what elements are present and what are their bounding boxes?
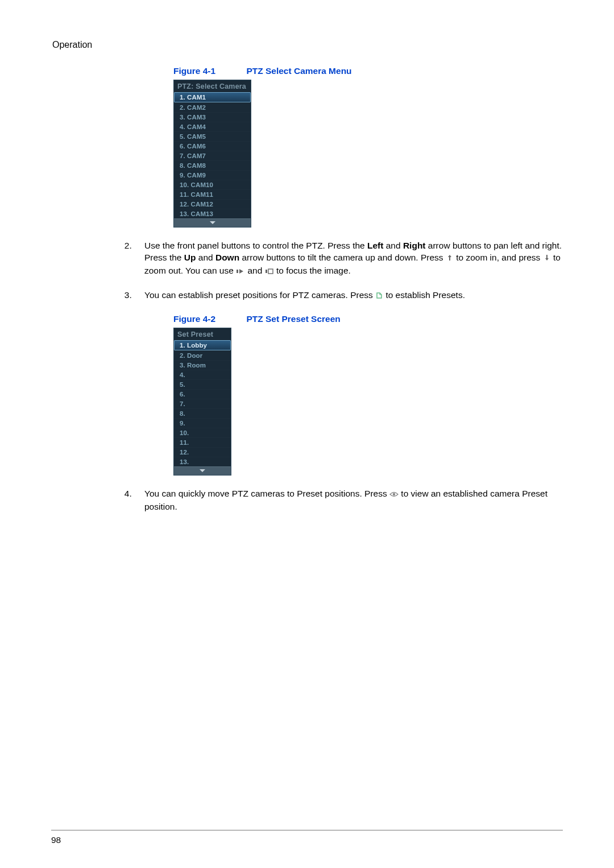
preset-view-icon <box>389 489 399 501</box>
menu-item: 6. <box>174 389 231 399</box>
menu-item: 9. <box>174 418 231 428</box>
menu-item: 2. CAM2 <box>174 102 251 112</box>
menu-item: 13. CAM13 <box>174 209 251 218</box>
menu-item: 10. <box>174 428 231 437</box>
menu-item: 12. CAM12 <box>174 199 251 209</box>
menu-item: 6. CAM6 <box>174 141 251 151</box>
menu-item: 11. CAM11 <box>174 189 251 199</box>
step-2: Use the front panel buttons to control t… <box>134 240 563 278</box>
step-3: You can establish preset positions for P… <box>134 290 563 303</box>
menu-item: 10. CAM10 <box>174 180 251 189</box>
svg-rect-0 <box>237 270 238 273</box>
menu-item: 2. Door <box>174 350 231 360</box>
menu-item: 5. <box>174 379 231 389</box>
menu-title: PTZ: Select Camera <box>174 80 251 92</box>
menu-scroll-down-icon <box>174 466 231 475</box>
svg-point-3 <box>393 493 395 495</box>
svg-rect-2 <box>268 269 273 274</box>
menu-item: 4. CAM4 <box>174 122 251 131</box>
zoom-out-icon <box>543 253 551 265</box>
menu-scroll-down-icon <box>174 218 251 227</box>
menu-item: 1. CAM1 <box>174 92 251 102</box>
step-list: Use the front panel buttons to control t… <box>51 240 563 314</box>
menu-item: 7. CAM7 <box>174 151 251 160</box>
page-footer: 98 <box>51 830 563 845</box>
figure-2-title: PTZ Set Preset Screen <box>246 314 340 324</box>
figure-1-label: Figure 4-1 <box>173 66 215 76</box>
menu-item: 8. <box>174 408 231 418</box>
menu-item: 12. <box>174 447 231 457</box>
figure-1-image: PTZ: Select Camera 1. CAM12. CAM23. CAM3… <box>173 80 563 228</box>
focus-far-icon <box>265 266 274 278</box>
step-list-2: You can quickly move PTZ cameras to Pres… <box>51 488 563 524</box>
figure-2-image: Set Preset 1. Lobby2. Door3. Room4.5.6.7… <box>173 328 563 476</box>
menu-title: Set Preset <box>174 328 231 340</box>
figure-2-label: Figure 4-2 <box>173 314 215 324</box>
svg-rect-1 <box>265 270 267 273</box>
zoom-in-icon <box>446 253 454 265</box>
ptz-set-preset-menu: Set Preset 1. Lobby2. Door3. Room4.5.6.7… <box>173 328 231 476</box>
ptz-select-camera-menu: PTZ: Select Camera 1. CAM12. CAM23. CAM3… <box>173 80 251 228</box>
figure-1-title: PTZ Select Camera Menu <box>246 66 351 76</box>
figure-2-caption: Figure 4-2 PTZ Set Preset Screen <box>173 314 563 324</box>
section-header: Operation <box>52 40 563 50</box>
preset-set-icon <box>375 291 383 303</box>
page-number: 98 <box>51 835 61 845</box>
menu-item: 5. CAM5 <box>174 131 251 141</box>
focus-near-icon <box>236 266 245 278</box>
menu-item: 4. <box>174 370 231 379</box>
step-4: You can quickly move PTZ cameras to Pres… <box>134 488 563 513</box>
menu-item: 3. CAM3 <box>174 112 251 122</box>
menu-item: 11. <box>174 437 231 447</box>
menu-item: 9. CAM9 <box>174 170 251 180</box>
menu-item: 1. Lobby <box>174 340 231 350</box>
figure-1-caption: Figure 4-1 PTZ Select Camera Menu <box>173 66 563 76</box>
menu-item: 3. Room <box>174 360 231 370</box>
menu-item: 8. CAM8 <box>174 160 251 170</box>
menu-item: 13. <box>174 457 231 466</box>
menu-item: 7. <box>174 399 231 408</box>
